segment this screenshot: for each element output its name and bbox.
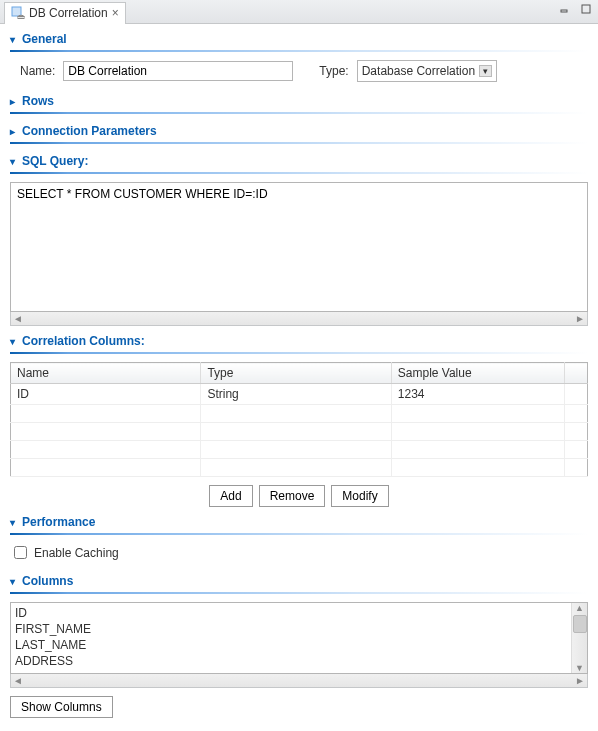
triangle-down-icon: ▾ <box>10 34 18 45</box>
close-icon[interactable]: × <box>112 6 119 20</box>
name-label: Name: <box>20 64 55 78</box>
section-toggle-connection[interactable]: ▸ Connection Parameters <box>10 122 588 140</box>
tab-db-correlation[interactable]: DB Correlation × <box>4 2 126 24</box>
svg-rect-3 <box>561 10 567 12</box>
type-label: Type: <box>319 64 348 78</box>
type-select[interactable]: Database Correlation ▾ <box>357 60 497 82</box>
col-header-name[interactable]: Name <box>11 363 201 384</box>
section-title-columns: Columns <box>22 574 73 588</box>
scroll-left-icon[interactable]: ◄ <box>13 313 23 324</box>
table-row-empty <box>11 423 588 441</box>
section-toggle-performance[interactable]: ▾ Performance <box>10 513 588 531</box>
enable-caching-checkbox[interactable] <box>14 546 27 559</box>
columns-listbox[interactable]: ID FIRST_NAME LAST_NAME ADDRESS ▲ ▼ <box>10 602 588 674</box>
section-toggle-sql[interactable]: ▾ SQL Query: <box>10 152 588 170</box>
minimize-icon[interactable] <box>558 3 570 15</box>
section-title-general: General <box>22 32 67 46</box>
section-rule <box>10 142 588 144</box>
section-title-sql: SQL Query: <box>22 154 88 168</box>
remove-button[interactable]: Remove <box>259 485 326 507</box>
table-row-empty <box>11 459 588 477</box>
scroll-right-icon[interactable]: ► <box>575 313 585 324</box>
section-rule <box>10 50 588 52</box>
sql-query-input[interactable] <box>10 182 588 312</box>
col-header-type[interactable]: Type <box>201 363 391 384</box>
horizontal-scrollbar[interactable]: ◄ ► <box>10 312 588 326</box>
add-button[interactable]: Add <box>209 485 252 507</box>
name-input[interactable] <box>63 61 293 81</box>
col-header-spacer <box>564 363 587 384</box>
chevron-down-icon: ▾ <box>479 65 492 77</box>
section-toggle-columns[interactable]: ▾ Columns <box>10 572 588 590</box>
section-title-corrcols: Correlation Columns: <box>22 334 145 348</box>
section-rule <box>10 352 588 354</box>
list-item[interactable]: ID <box>15 605 567 621</box>
db-correlation-icon <box>11 6 25 20</box>
section-rule <box>10 533 588 535</box>
section-rule <box>10 592 588 594</box>
show-columns-button[interactable]: Show Columns <box>10 696 113 718</box>
section-title-performance: Performance <box>22 515 95 529</box>
section-toggle-corrcols[interactable]: ▾ Correlation Columns: <box>10 332 588 350</box>
cell-type: String <box>201 384 391 405</box>
scroll-up-icon[interactable]: ▲ <box>575 603 584 613</box>
section-rule <box>10 112 588 114</box>
section-title-connection: Connection Parameters <box>22 124 157 138</box>
section-rule <box>10 172 588 174</box>
triangle-right-icon: ▸ <box>10 96 18 107</box>
vertical-scrollbar[interactable]: ▲ ▼ <box>571 603 587 673</box>
tab-title: DB Correlation <box>29 6 108 20</box>
modify-button[interactable]: Modify <box>331 485 388 507</box>
list-item[interactable]: LAST_NAME <box>15 637 567 653</box>
type-select-value: Database Correlation <box>362 64 475 78</box>
scroll-down-icon[interactable]: ▼ <box>575 663 584 673</box>
table-row-empty <box>11 441 588 459</box>
enable-caching-label: Enable Caching <box>34 546 119 560</box>
scroll-right-icon[interactable]: ► <box>575 675 585 686</box>
section-toggle-rows[interactable]: ▸ Rows <box>10 92 588 110</box>
triangle-down-icon: ▾ <box>10 156 18 167</box>
cell-sample: 1234 <box>391 384 564 405</box>
table-row-empty <box>11 405 588 423</box>
cell-name: ID <box>11 384 201 405</box>
col-header-sample[interactable]: Sample Value <box>391 363 564 384</box>
svg-rect-2 <box>18 17 24 19</box>
triangle-down-icon: ▾ <box>10 336 18 347</box>
svg-rect-0 <box>12 7 21 16</box>
scroll-thumb[interactable] <box>573 615 587 633</box>
list-item[interactable]: FIRST_NAME <box>15 621 567 637</box>
maximize-icon[interactable] <box>580 3 592 15</box>
scroll-left-icon[interactable]: ◄ <box>13 675 23 686</box>
section-title-rows: Rows <box>22 94 54 108</box>
tab-bar: DB Correlation × <box>0 0 598 24</box>
svg-rect-4 <box>582 5 590 13</box>
correlation-columns-table[interactable]: Name Type Sample Value ID String 1234 <box>10 362 588 477</box>
triangle-down-icon: ▾ <box>10 576 18 587</box>
window-controls <box>558 3 592 15</box>
section-toggle-general[interactable]: ▾ General <box>10 30 588 48</box>
horizontal-scrollbar[interactable]: ◄ ► <box>10 674 588 688</box>
table-row[interactable]: ID String 1234 <box>11 384 588 405</box>
triangle-right-icon: ▸ <box>10 126 18 137</box>
list-item[interactable]: ADDRESS <box>15 653 567 669</box>
triangle-down-icon: ▾ <box>10 517 18 528</box>
